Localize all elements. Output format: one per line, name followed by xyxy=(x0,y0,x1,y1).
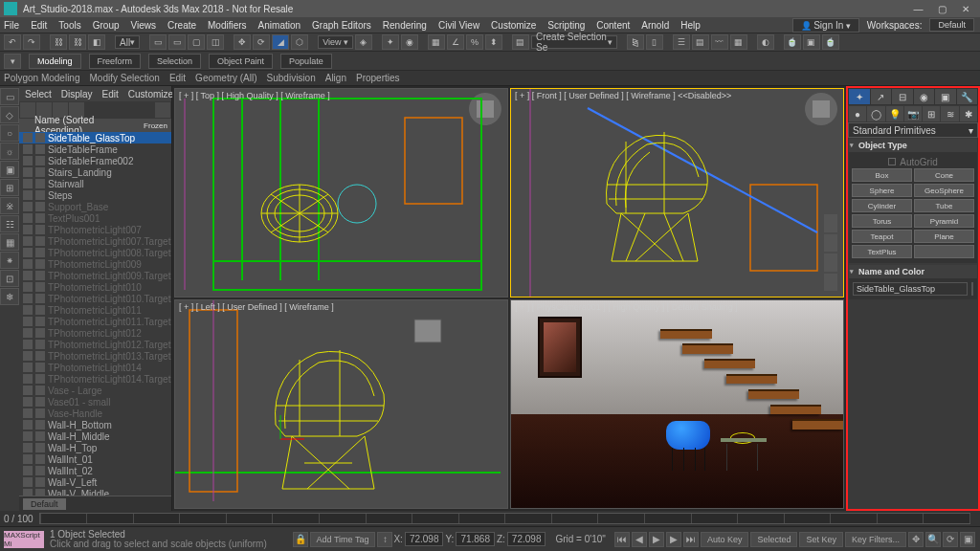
prim-teapot[interactable]: Teapot xyxy=(852,230,912,243)
manip-icon[interactable]: ✦ xyxy=(382,34,399,50)
tree-row[interactable]: Steps xyxy=(19,189,171,201)
signin-button[interactable]: 👤 Sign In ▾ xyxy=(792,18,859,33)
tree-row[interactable]: SideTableFrame002 xyxy=(19,155,171,166)
autogrid-check[interactable]: AutoGrid xyxy=(852,155,974,168)
close-icon[interactable]: ✕ xyxy=(955,4,976,14)
prim-pyramid[interactable]: Pyramid xyxy=(914,214,974,228)
menu-create[interactable]: Create xyxy=(167,20,196,31)
sub-shape-icon[interactable]: ◯ xyxy=(867,106,884,121)
vis-icon[interactable] xyxy=(35,489,45,496)
tree-row[interactable]: Vase-Handle xyxy=(19,408,171,419)
filter-dropdown[interactable]: All ▾ xyxy=(115,35,140,49)
menu-file[interactable]: File xyxy=(4,20,19,31)
vis-icon[interactable] xyxy=(35,225,45,234)
lt-bone-icon[interactable]: ⁕ xyxy=(0,252,19,269)
refcoord-dropdown[interactable]: View ▾ xyxy=(318,35,353,49)
grp-modifysel[interactable]: Modify Selection xyxy=(90,73,160,83)
play-next-icon[interactable]: ▶ xyxy=(666,532,681,547)
coord-y[interactable]: 71.868 xyxy=(456,532,495,546)
ex-lock-icon[interactable] xyxy=(155,102,170,118)
menu-grapheditors[interactable]: Graph Editors xyxy=(312,20,371,31)
tab-freeform[interactable]: Freeform xyxy=(89,54,142,69)
tree-row[interactable]: SideTable_GlassTop xyxy=(19,132,171,143)
link-icon[interactable]: ⛓ xyxy=(50,34,67,50)
vp-left-label[interactable]: [ + ] [ Left ] [ User Defined ] [ Wirefr… xyxy=(179,302,334,312)
material-icon[interactable]: ◐ xyxy=(757,34,774,50)
vp-front-label[interactable]: [ + ] [ Front ] [ User Defined ] [ Wiref… xyxy=(515,91,731,100)
lt-sphere-icon[interactable]: ○ xyxy=(0,124,19,142)
vis-icon[interactable] xyxy=(35,477,45,487)
lt-frozen-icon[interactable]: ❄ xyxy=(0,288,19,305)
tab-modeling[interactable]: Modeling xyxy=(29,54,81,69)
sub-cam-icon[interactable]: 📷 xyxy=(904,106,922,121)
tree-row[interactable]: TPhotometricLight010.Target xyxy=(19,293,171,304)
workspace-dropdown[interactable]: Default xyxy=(929,18,974,32)
play-end-icon[interactable]: ⏭ xyxy=(683,532,699,547)
tab-hierarchy-icon[interactable]: ⊟ xyxy=(892,89,913,104)
named-sel-dropdown[interactable]: Create Selection Se ▾ xyxy=(531,35,617,49)
tab-display-icon[interactable]: ▣ xyxy=(935,89,956,104)
ribbon-min-icon[interactable]: ▾ xyxy=(4,54,21,69)
sub-space-icon[interactable]: ≋ xyxy=(941,106,958,121)
prim-sphere[interactable]: Sphere xyxy=(852,184,912,197)
abs-icon[interactable]: ↕ xyxy=(377,532,392,547)
vis-icon[interactable] xyxy=(35,351,45,361)
exm-edit[interactable]: Edit xyxy=(102,89,119,99)
tree-row[interactable]: TPhotometricLight012.Target xyxy=(19,339,171,350)
vis-icon[interactable] xyxy=(35,420,45,430)
tree-row[interactable]: TPhotometricLight011 xyxy=(19,304,171,316)
vis-icon[interactable] xyxy=(35,386,45,395)
tree-row[interactable]: TPhotometricLight010 xyxy=(19,281,171,293)
selected-dd[interactable]: Selected xyxy=(750,532,797,547)
lt-cam-icon[interactable]: ▣ xyxy=(0,161,19,178)
curve-icon[interactable]: 〰 xyxy=(711,34,728,50)
vis-icon[interactable] xyxy=(35,144,45,154)
nav-pan-icon[interactable]: ✥ xyxy=(908,532,924,547)
lt-move-icon[interactable]: ◇ xyxy=(0,106,19,123)
bind-icon[interactable]: ◧ xyxy=(88,34,105,50)
lt-select-icon[interactable]: ▭ xyxy=(0,88,19,105)
prim-box[interactable]: Box xyxy=(852,168,912,182)
scale-icon[interactable]: ◢ xyxy=(272,34,289,50)
tab-selection[interactable]: Selection xyxy=(148,54,201,69)
sub-helper-icon[interactable]: ⊞ xyxy=(923,106,940,121)
slider-track[interactable] xyxy=(39,513,970,524)
vis-icon[interactable] xyxy=(35,294,45,303)
tree-row[interactable]: Support_Base xyxy=(19,201,171,212)
viewport-top[interactable]: [ + ] [ Top ] [ High Quality ] [ Wirefra… xyxy=(174,88,508,298)
vis-icon[interactable] xyxy=(35,190,45,200)
snap-icon[interactable]: ▦ xyxy=(428,34,445,50)
tree-row[interactable]: SideTableFrame xyxy=(19,143,171,155)
nav-max-icon[interactable]: ▣ xyxy=(960,532,975,547)
prim-cylinder[interactable]: Cylinder xyxy=(852,199,912,212)
vis-icon[interactable] xyxy=(35,202,45,211)
select-name-icon[interactable]: ▭ xyxy=(168,34,186,50)
tab-utils-icon[interactable]: 🔧 xyxy=(957,89,978,104)
grp-subdiv[interactable]: Subdivision xyxy=(267,73,316,83)
vis-icon[interactable] xyxy=(35,397,45,407)
prim-plane[interactable]: Plane xyxy=(914,230,974,243)
object-name-input[interactable] xyxy=(853,282,968,296)
prim-torus[interactable]: Torus xyxy=(852,214,912,228)
viewport-left[interactable]: [ + ] [ Left ] [ User Defined ] [ Wirefr… xyxy=(174,299,508,509)
roll-name-title[interactable]: Name and Color xyxy=(849,265,977,278)
place-icon[interactable]: ⬡ xyxy=(291,34,308,50)
move-icon[interactable]: ✥ xyxy=(234,34,251,50)
exm-customize[interactable]: Customize xyxy=(128,89,173,99)
vis-icon[interactable] xyxy=(35,236,45,246)
render-icon[interactable]: 🍵 xyxy=(822,34,839,50)
tree-row[interactable]: TPhotometricLight012 xyxy=(19,327,171,339)
menu-edit[interactable]: Edit xyxy=(31,20,47,31)
tree-row[interactable]: Stairs_Landing xyxy=(19,166,171,178)
vis-icon[interactable] xyxy=(35,156,45,165)
tree-row[interactable]: Wall-H_Bottom xyxy=(19,419,171,430)
percent-snap-icon[interactable]: % xyxy=(466,34,483,50)
grp-polymodel[interactable]: Polygon Modeling xyxy=(4,73,80,83)
tab-objectpaint[interactable]: Object Paint xyxy=(209,54,273,69)
schematic-icon[interactable]: ▦ xyxy=(730,34,747,50)
tree-row[interactable]: Wall-H_Middle xyxy=(19,430,171,442)
lt-group-icon[interactable]: ▦ xyxy=(0,233,19,251)
align-icon[interactable]: ▯ xyxy=(646,34,663,50)
tree-row[interactable]: TextPlus001 xyxy=(19,212,171,224)
menu-animation[interactable]: Animation xyxy=(258,20,301,31)
